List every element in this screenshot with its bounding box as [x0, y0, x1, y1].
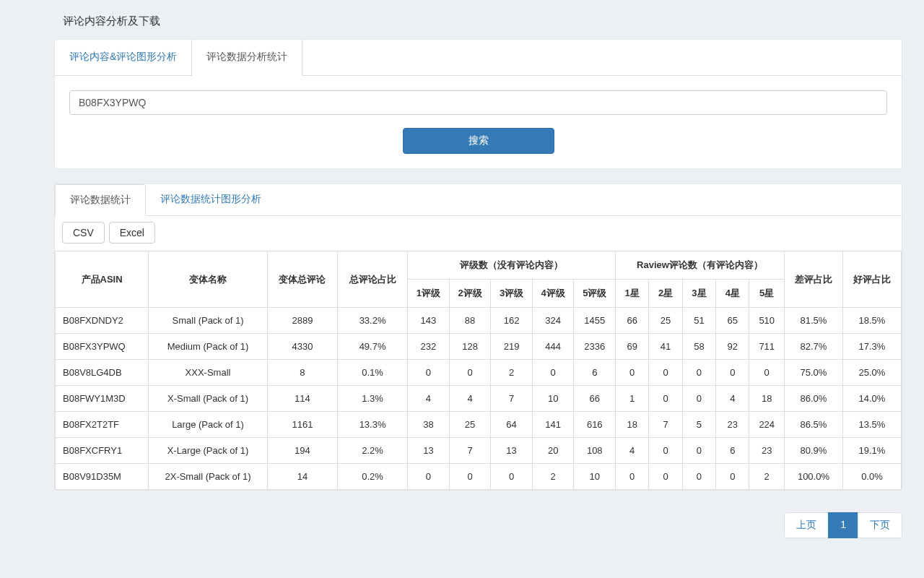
table-cell: 224	[749, 412, 785, 438]
col-review-group: Raview评论数（有评论内容）	[616, 251, 785, 280]
table-cell: 510	[749, 308, 785, 334]
table-cell: 0	[649, 360, 682, 386]
page-next[interactable]: 下页	[858, 512, 902, 538]
col-bad: 差评占比	[784, 251, 842, 308]
page-current[interactable]: 1	[828, 512, 858, 538]
table-cell: 0	[749, 360, 785, 386]
inner-tabs: 评论数据统计 评论数据统计图形分析	[55, 184, 902, 216]
table-cell: 0	[491, 464, 533, 490]
table-cell: 1455	[574, 308, 616, 334]
page-prev[interactable]: 上页	[784, 512, 829, 538]
table-row: B08V91D35M2X-Small (Pack of 1)140.2%0002…	[56, 464, 902, 490]
stats-table: 产品ASIN 变体名称 变体总评论 总评论占比 评级数（没有评论内容） Ravi…	[55, 251, 902, 490]
col-r1: 1评级	[408, 280, 450, 308]
table-cell: 13.5%	[842, 412, 901, 438]
table-cell: 25	[449, 412, 491, 438]
search-button[interactable]: 搜索	[403, 128, 554, 154]
table-cell: 2889	[267, 308, 337, 334]
table-cell: 0	[682, 360, 715, 386]
table-row: B08FX2T2TFLarge (Pack of 1)116113.3%3825…	[56, 412, 902, 438]
table-cell: 0	[649, 438, 682, 464]
table-cell: 114	[267, 386, 337, 412]
table-cell: 38	[408, 412, 450, 438]
tab-review-content-analysis[interactable]: 评论内容&评论图形分析	[55, 40, 192, 75]
table-cell: Large (Pack of 1)	[149, 412, 268, 438]
table-cell: B08FX3YPWQ	[56, 334, 149, 360]
table-cell: B08FWY1M3D	[56, 386, 149, 412]
export-row: CSV Excel	[55, 216, 902, 251]
table-cell: 25	[649, 308, 682, 334]
table-cell: Medium (Pack of 1)	[149, 334, 268, 360]
table-cell: 4330	[267, 334, 337, 360]
table-cell: X-Large (Pack of 1)	[149, 438, 268, 464]
table-cell: 0	[408, 464, 450, 490]
table-cell: 2	[491, 360, 533, 386]
table-row: B08V8LG4DBXXX-Small80.1%002060000075.0%2…	[56, 360, 902, 386]
table-cell: 128	[449, 334, 491, 360]
table-row: B08FXCFRY1X-Large (Pack of 1)1942.2%1371…	[56, 438, 902, 464]
table-cell: 0.2%	[338, 464, 408, 490]
table-cell: 25.0%	[842, 360, 901, 386]
top-tabs: 评论内容&评论图形分析 评论数据分析统计	[55, 40, 902, 76]
table-cell: 0	[649, 386, 682, 412]
table-cell: 444	[532, 334, 574, 360]
table-cell: Small (Pack of 1)	[149, 308, 268, 334]
table-cell: 1.3%	[338, 386, 408, 412]
table-cell: 0	[682, 386, 715, 412]
table-cell: 0.0%	[842, 464, 901, 490]
table-cell: 0	[616, 464, 649, 490]
table-cell: 0	[449, 360, 491, 386]
table-cell: 2X-Small (Pack of 1)	[149, 464, 268, 490]
table-cell: 324	[532, 308, 574, 334]
export-csv-button[interactable]: CSV	[62, 222, 105, 243]
table-cell: 0	[449, 464, 491, 490]
tab-stats-table[interactable]: 评论数据统计	[55, 184, 146, 216]
table-cell: 4	[408, 386, 450, 412]
search-card: 评论内容&评论图形分析 评论数据分析统计 搜索	[54, 39, 902, 169]
table-cell: 58	[682, 334, 715, 360]
tab-review-data-stats[interactable]: 评论数据分析统计	[192, 40, 302, 76]
table-cell: B08FXCFRY1	[56, 438, 149, 464]
table-cell: B08V91D35M	[56, 464, 149, 490]
table-cell: 4	[449, 386, 491, 412]
col-r3: 3评级	[491, 280, 533, 308]
table-cell: 86.5%	[784, 412, 842, 438]
col-s4: 4星	[716, 280, 749, 308]
table-cell: 88	[449, 308, 491, 334]
table-cell: 17.3%	[842, 334, 901, 360]
table-cell: 0	[649, 464, 682, 490]
table-row: B08FWY1M3DX-Small (Pack of 1)1141.3%4471…	[56, 386, 902, 412]
table-cell: 0	[532, 360, 574, 386]
table-cell: 13	[491, 438, 533, 464]
table-cell: 1161	[267, 412, 337, 438]
table-cell: 0.1%	[338, 360, 408, 386]
table-cell: 23	[749, 438, 785, 464]
table-cell: B08FXDNDY2	[56, 308, 149, 334]
table-cell: 13	[408, 438, 450, 464]
export-excel-button[interactable]: Excel	[109, 222, 155, 243]
table-cell: 33.2%	[338, 308, 408, 334]
table-cell: 18	[749, 386, 785, 412]
asin-search-input[interactable]	[69, 90, 887, 115]
table-cell: 162	[491, 308, 533, 334]
table-row: B08FXDNDY2Small (Pack of 1)288933.2%1438…	[56, 308, 902, 334]
table-cell: B08V8LG4DB	[56, 360, 149, 386]
table-cell: 81.5%	[784, 308, 842, 334]
data-card: 评论数据统计 评论数据统计图形分析 CSV Excel 产品ASIN 变体名称 …	[54, 184, 902, 491]
col-r5: 5评级	[574, 280, 616, 308]
table-cell: 10	[532, 386, 574, 412]
table-cell: X-Small (Pack of 1)	[149, 386, 268, 412]
table-cell: 616	[574, 412, 616, 438]
col-ratio: 总评论占比	[338, 251, 408, 308]
table-cell: 6	[716, 438, 749, 464]
table-cell: 0	[408, 360, 450, 386]
table-cell: 108	[574, 438, 616, 464]
col-r4: 4评级	[532, 280, 574, 308]
table-cell: 80.9%	[784, 438, 842, 464]
tab-stats-chart[interactable]: 评论数据统计图形分析	[146, 184, 276, 215]
table-cell: 4	[616, 438, 649, 464]
table-cell: 14	[267, 464, 337, 490]
table-cell: 92	[716, 334, 749, 360]
table-cell: 49.7%	[338, 334, 408, 360]
table-cell: 7	[449, 438, 491, 464]
